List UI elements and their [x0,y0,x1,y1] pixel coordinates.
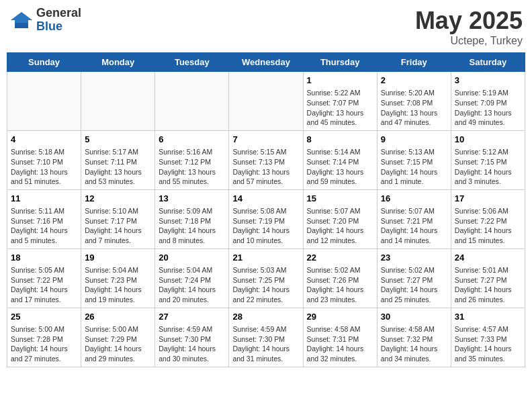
day-info: Sunrise: 5:13 AMSunset: 7:15 PMDaylight:… [381,147,447,187]
day-info: Sunrise: 5:00 AMSunset: 7:28 PMDaylight:… [11,324,77,364]
day-info: Sunrise: 4:59 AMSunset: 7:30 PMDaylight:… [159,324,225,364]
calendar-cell: 18Sunrise: 5:05 AMSunset: 7:22 PMDayligh… [7,248,81,308]
day-info: Sunrise: 5:17 AMSunset: 7:11 PMDaylight:… [85,147,151,187]
calendar-table: SundayMondayTuesdayWednesdayThursdayFrid… [7,52,525,367]
calendar-cell: 23Sunrise: 5:02 AMSunset: 7:27 PMDayligh… [377,248,451,308]
day-number: 16 [381,193,447,205]
day-number: 25 [11,311,77,323]
column-header-sunday: Sunday [7,53,81,72]
calendar-cell: 19Sunrise: 5:04 AMSunset: 7:23 PMDayligh… [81,248,155,308]
day-number: 20 [159,252,225,264]
day-info: Sunrise: 5:10 AMSunset: 7:17 PMDaylight:… [85,206,151,246]
day-number: 2 [381,75,447,87]
day-number: 12 [85,193,151,205]
calendar-cell: 26Sunrise: 5:00 AMSunset: 7:29 PMDayligh… [81,308,155,367]
day-info: Sunrise: 5:20 AMSunset: 7:08 PMDaylight:… [381,88,447,128]
column-header-wednesday: Wednesday [229,53,303,72]
day-info: Sunrise: 5:04 AMSunset: 7:23 PMDaylight:… [85,265,151,305]
svg-marker-1 [11,12,32,23]
calendar-cell: 13Sunrise: 5:09 AMSunset: 7:18 PMDayligh… [155,189,229,248]
day-info: Sunrise: 5:02 AMSunset: 7:27 PMDaylight:… [381,265,447,305]
title-block: May 2025 Uctepe, Turkey [415,7,523,47]
day-info: Sunrise: 5:11 AMSunset: 7:16 PMDaylight:… [11,206,77,246]
calendar-week-2: 4Sunrise: 5:18 AMSunset: 7:10 PMDaylight… [7,130,525,189]
calendar-location: Uctepe, Turkey [415,35,523,47]
day-info: Sunrise: 5:12 AMSunset: 7:15 PMDaylight:… [455,147,521,187]
day-info: Sunrise: 4:58 AMSunset: 7:31 PMDaylight:… [307,324,373,364]
calendar-cell [155,72,229,131]
calendar-cell: 22Sunrise: 5:02 AMSunset: 7:26 PMDayligh… [303,248,377,308]
column-header-tuesday: Tuesday [155,53,229,72]
day-number: 11 [11,193,77,205]
calendar-cell: 1Sunrise: 5:22 AMSunset: 7:07 PMDaylight… [303,72,377,131]
calendar-cell: 24Sunrise: 5:01 AMSunset: 7:27 PMDayligh… [451,248,525,308]
day-number: 10 [455,134,521,146]
calendar-cell: 31Sunrise: 4:57 AMSunset: 7:33 PMDayligh… [451,308,525,367]
day-number: 17 [455,193,521,205]
day-number: 28 [232,311,299,323]
day-info: Sunrise: 5:02 AMSunset: 7:26 PMDaylight:… [307,265,373,305]
day-number: 21 [232,252,299,264]
day-info: Sunrise: 5:07 AMSunset: 7:21 PMDaylight:… [381,206,447,246]
calendar-cell: 7Sunrise: 5:15 AMSunset: 7:13 PMDaylight… [229,130,303,189]
calendar-week-1: 1Sunrise: 5:22 AMSunset: 7:07 PMDaylight… [7,72,525,131]
day-number: 4 [11,134,77,146]
day-number: 3 [455,75,521,87]
logo-text: General Blue [36,7,81,34]
logo: General Blue [9,7,81,34]
calendar-cell [7,72,81,131]
day-info: Sunrise: 5:05 AMSunset: 7:22 PMDaylight:… [11,265,77,305]
day-info: Sunrise: 5:15 AMSunset: 7:13 PMDaylight:… [232,147,299,187]
day-number: 5 [85,134,151,146]
day-info: Sunrise: 5:09 AMSunset: 7:18 PMDaylight:… [159,206,225,246]
calendar-cell: 17Sunrise: 5:06 AMSunset: 7:22 PMDayligh… [451,189,525,248]
column-header-monday: Monday [81,53,155,72]
day-info: Sunrise: 5:08 AMSunset: 7:19 PMDaylight:… [232,206,299,246]
day-number: 9 [381,134,447,146]
calendar-cell: 2Sunrise: 5:20 AMSunset: 7:08 PMDaylight… [377,72,451,131]
logo-blue-text: Blue [36,20,81,34]
calendar-cell: 4Sunrise: 5:18 AMSunset: 7:10 PMDaylight… [7,130,81,189]
calendar-week-5: 25Sunrise: 5:00 AMSunset: 7:28 PMDayligh… [7,308,525,367]
day-number: 1 [307,75,373,87]
calendar-week-3: 11Sunrise: 5:11 AMSunset: 7:16 PMDayligh… [7,189,525,248]
day-info: Sunrise: 5:03 AMSunset: 7:25 PMDaylight:… [232,265,299,305]
column-header-friday: Friday [377,53,451,72]
calendar-week-4: 18Sunrise: 5:05 AMSunset: 7:22 PMDayligh… [7,248,525,308]
day-info: Sunrise: 5:22 AMSunset: 7:07 PMDaylight:… [307,88,373,128]
day-number: 13 [159,193,225,205]
calendar-cell: 20Sunrise: 5:04 AMSunset: 7:24 PMDayligh… [155,248,229,308]
calendar-header: SundayMondayTuesdayWednesdayThursdayFrid… [7,53,525,72]
day-number: 22 [307,252,373,264]
day-info: Sunrise: 4:57 AMSunset: 7:33 PMDaylight:… [455,324,521,364]
day-info: Sunrise: 5:04 AMSunset: 7:24 PMDaylight:… [159,265,225,305]
day-number: 30 [381,311,447,323]
calendar-cell [229,72,303,131]
calendar-cell [81,72,155,131]
calendar-cell: 15Sunrise: 5:07 AMSunset: 7:20 PMDayligh… [303,189,377,248]
day-number: 26 [85,311,151,323]
calendar-cell: 12Sunrise: 5:10 AMSunset: 7:17 PMDayligh… [81,189,155,248]
day-info: Sunrise: 5:06 AMSunset: 7:22 PMDaylight:… [455,206,521,246]
calendar-cell: 9Sunrise: 5:13 AMSunset: 7:15 PMDaylight… [377,130,451,189]
day-number: 19 [85,252,151,264]
day-info: Sunrise: 5:14 AMSunset: 7:14 PMDaylight:… [307,147,373,187]
day-info: Sunrise: 4:58 AMSunset: 7:32 PMDaylight:… [381,324,447,364]
day-number: 15 [307,193,373,205]
day-info: Sunrise: 5:16 AMSunset: 7:12 PMDaylight:… [159,147,225,187]
day-number: 29 [307,311,373,323]
day-number: 8 [307,134,373,146]
day-number: 24 [455,252,521,264]
day-info: Sunrise: 5:00 AMSunset: 7:29 PMDaylight:… [85,324,151,364]
day-info: Sunrise: 5:01 AMSunset: 7:27 PMDaylight:… [455,265,521,305]
day-info: Sunrise: 5:19 AMSunset: 7:09 PMDaylight:… [455,88,521,128]
calendar-cell: 25Sunrise: 5:00 AMSunset: 7:28 PMDayligh… [7,308,81,367]
logo-general-text: General [36,7,81,20]
calendar-body: 1Sunrise: 5:22 AMSunset: 7:07 PMDaylight… [7,72,525,367]
calendar-cell: 10Sunrise: 5:12 AMSunset: 7:15 PMDayligh… [451,130,525,189]
day-number: 6 [159,134,225,146]
calendar-cell: 30Sunrise: 4:58 AMSunset: 7:32 PMDayligh… [377,308,451,367]
calendar-cell: 28Sunrise: 4:59 AMSunset: 7:30 PMDayligh… [229,308,303,367]
day-number: 23 [381,252,447,264]
calendar-cell: 21Sunrise: 5:03 AMSunset: 7:25 PMDayligh… [229,248,303,308]
